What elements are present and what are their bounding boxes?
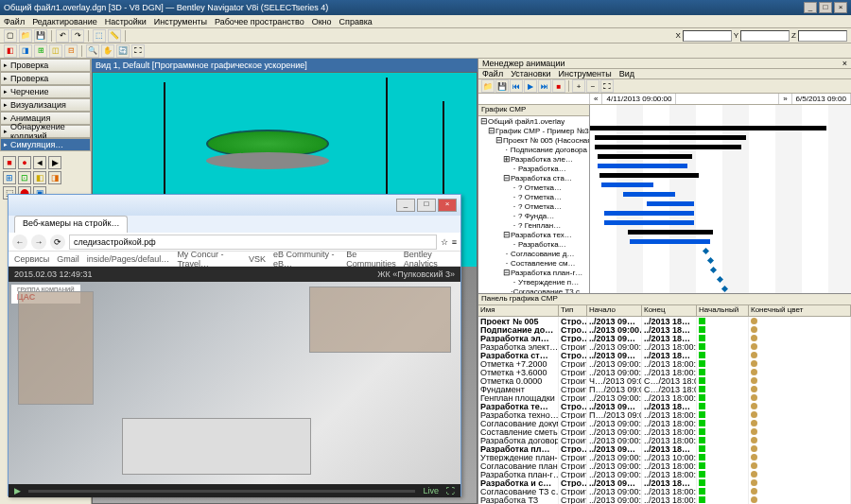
simulation-panel-header[interactable]: Симуляция… (0, 138, 91, 151)
menu-Инструменты[interactable]: Инструменты (154, 17, 207, 26)
tree-row[interactable]: ·Разработка… (478, 164, 589, 173)
tb-measure-icon[interactable]: 📏 (108, 29, 121, 43)
panel-Визуализация[interactable]: Визуализация (0, 98, 91, 112)
anim-tb-zoom-in-icon[interactable]: + (572, 79, 585, 93)
tree-row[interactable]: ·? Отметка… (478, 192, 589, 201)
coord-z-input[interactable] (798, 30, 847, 42)
browser-url-input[interactable] (69, 235, 437, 250)
detail-row[interactable]: Разработка договораСтроит…../2013 09:00:… (478, 436, 851, 444)
gantt-milestone[interactable] (710, 267, 717, 273)
anim-menu-Установки[interactable]: Установки (511, 69, 550, 78)
minimize-button[interactable]: _ (804, 2, 817, 13)
gantt-milestone[interactable] (721, 286, 728, 292)
anim-tb-play-icon[interactable]: ▶ (524, 79, 537, 93)
tree-row[interactable]: ⊟Проект № 005 (Насосная) (478, 135, 589, 145)
panel-Обнаружение коллизий[interactable]: Обнаружение коллизий (0, 125, 91, 138)
tb-zoom-icon[interactable]: 🔍 (86, 44, 99, 58)
browser-window[interactable]: _ □ × Веб-камеры на стройк… ← → ⟳ ☆ ≡ Се… (8, 194, 461, 496)
gantt-milestone[interactable] (717, 276, 723, 283)
gantt-bar[interactable] (598, 164, 687, 168)
detail-row[interactable]: Разработка пл…Стро…../2013 09…../2013 18… (478, 444, 851, 453)
tree-row[interactable]: ⊟Разработка тех… (478, 230, 589, 239)
detail-row[interactable]: Разработка ТЗСтроит…../2013 09:00:00../2… (478, 495, 851, 504)
gantt-bar[interactable] (599, 173, 699, 178)
bookmark-item[interactable]: Сервисы (14, 254, 49, 264)
tree-row[interactable]: ·? Фунда… (478, 211, 589, 220)
tree-row[interactable]: ·Разработка… (478, 239, 589, 249)
detail-row[interactable]: Разработка и с…Стро…../2013 09…../2013 1… (478, 478, 851, 487)
browser-forward-icon[interactable]: → (31, 235, 46, 250)
tree-row[interactable]: ·Согласование Т3 с… (478, 287, 589, 293)
tree-row[interactable]: ⊟Разработка ста… (478, 173, 589, 182)
browser-star-icon[interactable]: ☆ (441, 237, 448, 247)
tb-new-icon[interactable]: ▢ (4, 29, 17, 43)
gantt-milestone[interactable] (707, 257, 714, 264)
tree-row[interactable]: ·? Генплан… (478, 220, 589, 230)
browser-max-button[interactable]: □ (417, 199, 436, 212)
menu-Редактирование[interactable]: Редактирование (32, 17, 97, 26)
browser-back-icon[interactable]: ← (12, 235, 27, 250)
panel-Проверка[interactable]: Проверка (0, 72, 91, 85)
detail-row[interactable]: Отметка +3.6000Строит…../2013 09:00:00..… (478, 368, 851, 376)
detail-row[interactable]: Отметка +7.2000Строит…../2013 09:00:00..… (478, 359, 851, 368)
anim-tb-fit-icon[interactable]: ⛶ (600, 79, 614, 93)
tree-row[interactable]: ·Согласование д… (478, 249, 589, 258)
tree-row[interactable]: ·Утверждение п… (478, 277, 589, 287)
detail-row[interactable]: Разработка эл…Стро…../2013 09…../2013 18… (478, 334, 851, 342)
col-start-color[interactable]: Начальный цвет (697, 305, 749, 316)
gantt-bar[interactable] (598, 154, 692, 159)
tree-row[interactable]: ·Подписание договора (478, 145, 589, 154)
date-to-nav-icon[interactable]: » (779, 94, 791, 104)
detail-grid[interactable]: Проект № 005Стро…../2013 09…../2013 18…П… (478, 317, 851, 504)
close-button[interactable]: × (834, 2, 847, 13)
anim-tb-ff-icon[interactable]: ⏭ (538, 79, 551, 93)
tree-row[interactable]: ⊟Разработка план-г… (478, 268, 589, 277)
col-type[interactable]: Тип (559, 305, 587, 316)
bookmark-item[interactable]: inside/Pages/defaul… (87, 254, 170, 264)
tree-row[interactable]: ⊟График СМР - Пример №3… (478, 126, 589, 135)
detail-row[interactable]: Согласование докум…Строит…../2013 09:00:… (478, 419, 851, 427)
tree-row[interactable]: ·? Отметка… (478, 201, 589, 211)
col-end[interactable]: Конец (642, 305, 697, 316)
gantt-bar[interactable] (604, 220, 694, 225)
detail-row[interactable]: Проект № 005Стро…../2013 09…../2013 18… (478, 317, 851, 325)
detail-row[interactable]: Разработка те…Стро…../2013 09…../2013 18… (478, 402, 851, 410)
anim-tb-zoom-out-icon[interactable]: − (586, 79, 599, 93)
tree-row[interactable]: ·? Отметка… (478, 182, 589, 192)
browser-min-button[interactable]: _ (396, 199, 415, 212)
panel-Проверка[interactable]: Проверка (0, 59, 91, 72)
sim-btn2-icon[interactable]: ⊡ (18, 171, 31, 184)
tb-redo-icon[interactable]: ↷ (71, 29, 84, 43)
coord-x-input[interactable] (683, 30, 732, 42)
anim-tb-rewind-icon[interactable]: ⏮ (510, 79, 523, 93)
gantt-bar[interactable] (604, 211, 694, 216)
gantt-bar[interactable] (623, 192, 675, 197)
menu-Справка[interactable]: Справка (339, 17, 373, 26)
tb-fit-icon[interactable]: ⛶ (131, 44, 145, 58)
sim-btn1-icon[interactable]: ⊞ (3, 171, 16, 184)
detail-row[interactable]: Разработка элект…Строит…../2013 09:00:00… (478, 342, 851, 351)
detail-row[interactable]: Разработка план-г…Строит…../2013 09:00:0… (478, 470, 851, 478)
gantt-bar[interactable] (647, 201, 694, 206)
menu-Настройки[interactable]: Настройки (105, 17, 147, 26)
detail-row[interactable]: Отметка 0.0000Строит…Ч…/2013 09:00…С…/20… (478, 376, 851, 385)
col-start[interactable]: Начало (587, 305, 642, 316)
gantt-bar[interactable] (590, 126, 826, 130)
gantt-chart[interactable] (590, 105, 851, 293)
bookmark-item[interactable]: Gmail (57, 254, 79, 264)
anim-close-icon[interactable]: × (842, 59, 847, 68)
browser-close-button[interactable]: × (438, 199, 457, 212)
panel-Черчение[interactable]: Черчение (0, 85, 91, 98)
detail-row[interactable]: Согласование ТЗ с…Строит…../2013 09:00:0… (478, 487, 851, 495)
detail-row[interactable]: Разработка техно…Строит…П…/2013 09:00:0…… (478, 410, 851, 419)
tree-row[interactable]: ⊟Общий файл1.overlay (478, 116, 589, 126)
sim-record-icon[interactable]: ● (18, 156, 31, 169)
tb-select-icon[interactable]: ⬚ (93, 29, 106, 43)
gantt-bar[interactable] (628, 230, 713, 235)
tb-undo-icon[interactable]: ↶ (56, 29, 69, 43)
col-name[interactable]: Имя (478, 305, 559, 316)
tb-view1-icon[interactable]: ◧ (4, 44, 17, 58)
tb-open-icon[interactable]: 📁 (19, 29, 32, 43)
sim-prev-icon[interactable]: ◄ (33, 156, 46, 169)
bookmark-item[interactable]: eB Community - eB… (273, 250, 339, 269)
